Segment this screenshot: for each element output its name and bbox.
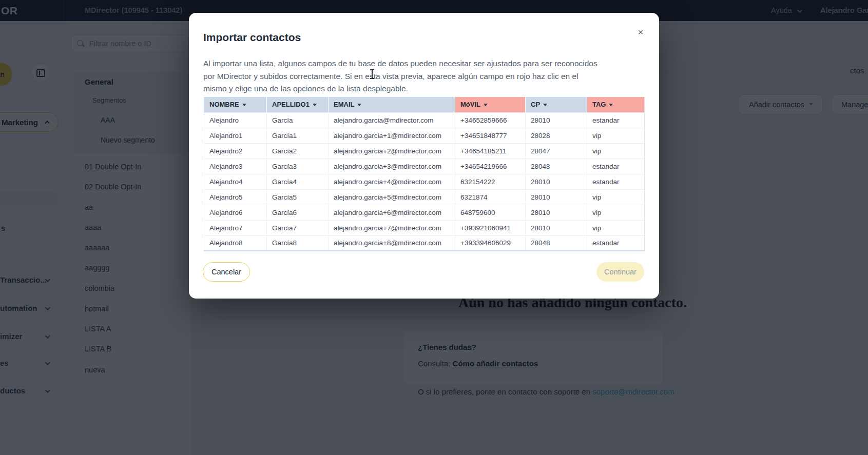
cell-email: alejandro.garcia@mdirector.com xyxy=(329,112,455,128)
cell-movil: +34652859666 xyxy=(455,112,526,128)
table-row: Alejandro García alejandro.garcia@mdirec… xyxy=(204,112,645,128)
cell-apellido: García1 xyxy=(267,128,329,143)
cell-movil: +393921060941 xyxy=(455,220,526,235)
cell-cp: 28048 xyxy=(526,159,587,174)
table-row: Alejandro4 García4 alejandro.garcia+4@md… xyxy=(204,174,645,189)
cell-tag: vip xyxy=(587,128,645,143)
column-label: MóVIL xyxy=(460,101,480,108)
caret-down-icon xyxy=(242,104,246,106)
import-contacts-modal: Importar contactos × Al importar una lis… xyxy=(189,13,659,299)
modal-title: Importar contactos xyxy=(203,31,301,44)
table-header-row: NOMBRE APELLIDO1 EMAIL MóVIL CP TAG xyxy=(204,97,645,112)
column-label: CP xyxy=(531,101,540,108)
cell-email: alejandro.garcia+5@mdirector.com xyxy=(329,189,455,205)
cell-movil: +393394606029 xyxy=(455,235,526,251)
cell-nombre: Alejandro6 xyxy=(204,205,267,220)
column-label: APELLIDO1 xyxy=(272,101,310,108)
cell-email: alejandro.garcia+7@mdirector.com xyxy=(329,220,455,235)
cell-cp: 28010 xyxy=(526,205,587,220)
column-header-apellido1[interactable]: APELLIDO1 xyxy=(267,97,329,112)
column-header-nombre[interactable]: NOMBRE xyxy=(204,97,267,112)
column-header-email[interactable]: EMAIL xyxy=(329,97,455,112)
cell-movil: +34654219666 xyxy=(455,159,526,174)
cell-cp: 28010 xyxy=(526,189,587,205)
caret-down-icon xyxy=(357,104,361,106)
cell-cp: 28028 xyxy=(526,128,587,143)
cell-movil: 648759600 xyxy=(455,205,526,220)
column-label: EMAIL xyxy=(334,101,354,108)
modal-description: Al importar una lista, algunos campos de… xyxy=(203,57,597,95)
table-row: Alejandro7 García7 alejandro.garcia+7@md… xyxy=(204,220,645,235)
cell-movil: 6321874 xyxy=(455,189,526,205)
cell-cp: 28010 xyxy=(526,174,587,189)
cell-apellido: García7 xyxy=(267,220,329,235)
cell-nombre: Alejandro2 xyxy=(204,143,267,159)
cell-apellido: García xyxy=(267,112,329,128)
table-row: Alejandro6 García6 alejandro.garcia+6@md… xyxy=(204,205,645,220)
cell-apellido: García4 xyxy=(267,174,329,189)
cell-cp: 28048 xyxy=(526,235,587,251)
column-label: TAG xyxy=(592,101,606,108)
cell-nombre: Alejandro4 xyxy=(204,174,267,189)
cell-email: alejandro.garcia+3@mdirector.com xyxy=(329,159,455,174)
cell-apellido: García6 xyxy=(267,205,329,220)
text-cursor-icon xyxy=(370,69,375,79)
cell-tag: estandar xyxy=(587,159,645,174)
caret-down-icon xyxy=(609,104,613,106)
close-icon[interactable]: × xyxy=(633,25,648,39)
cell-movil: +34651848777 xyxy=(455,128,526,143)
cell-cp: 28047 xyxy=(526,143,587,159)
column-label: NOMBRE xyxy=(209,101,239,108)
cell-email: alejandro.garcia+8@mdirector.com xyxy=(329,235,455,251)
cell-nombre: Alejandro1 xyxy=(204,128,267,143)
caret-down-icon xyxy=(313,104,317,106)
cell-nombre: Alejandro5 xyxy=(204,189,267,205)
table-row: Alejandro5 García5 alejandro.garcia+5@md… xyxy=(204,189,645,205)
cell-email: alejandro.garcia+1@mdirector.com xyxy=(329,128,455,143)
cell-tag: estandar xyxy=(587,112,645,128)
cell-cp: 28010 xyxy=(526,220,587,235)
description-line: Al importar una lista, algunos campos de… xyxy=(203,57,597,70)
column-header-movil[interactable]: MóVIL xyxy=(455,97,526,112)
mdirector-app: OR MDirector (109945 - 113042) Ayuda Ale… xyxy=(0,0,868,455)
cell-tag: vip xyxy=(587,143,645,159)
cell-apellido: García5 xyxy=(267,189,329,205)
cell-cp: 28010 xyxy=(526,112,587,128)
description-line: mismo y elige una de las opciones de la … xyxy=(203,83,597,95)
cell-tag: estandar xyxy=(587,235,645,251)
cell-email: alejandro.garcia+2@mdirector.com xyxy=(329,143,455,159)
cell-email: alejandro.garcia+4@mdirector.com xyxy=(329,174,455,189)
column-header-cp[interactable]: CP xyxy=(526,97,587,112)
description-line: por MDirector y subidos correctamente. S… xyxy=(203,70,597,83)
cell-tag: estandar xyxy=(587,174,645,189)
table-row: Alejandro8 García8 alejandro.garcia+8@md… xyxy=(204,235,645,251)
cell-tag: vip xyxy=(587,205,645,220)
cell-apellido: García3 xyxy=(267,159,329,174)
cell-nombre: Alejandro7 xyxy=(204,220,267,235)
cell-movil: 632154222 xyxy=(455,174,526,189)
cell-nombre: Alejandro3 xyxy=(204,159,267,174)
cell-tag: vip xyxy=(587,220,645,235)
continue-button[interactable]: Continuar xyxy=(596,262,644,282)
import-preview-table: NOMBRE APELLIDO1 EMAIL MóVIL CP TAG Alej… xyxy=(204,97,645,251)
table-row: Alejandro3 García3 alejandro.garcia+3@md… xyxy=(204,159,645,174)
column-header-tag[interactable]: TAG xyxy=(587,97,645,112)
table-row: Alejandro1 García1 alejandro.garcia+1@md… xyxy=(204,128,645,143)
cell-apellido: García2 xyxy=(267,143,329,159)
caret-down-icon xyxy=(543,104,547,106)
cell-nombre: Alejandro8 xyxy=(204,235,267,251)
cell-tag: vip xyxy=(587,189,645,205)
cell-email: alejandro.garcia+6@mdirector.com xyxy=(329,205,455,220)
cell-movil: +34654185211 xyxy=(455,143,526,159)
table-row: Alejandro2 García2 alejandro.garcia+2@md… xyxy=(204,143,645,159)
cell-apellido: García8 xyxy=(267,235,329,251)
cell-nombre: Alejandro xyxy=(204,112,267,128)
caret-down-icon xyxy=(484,104,488,106)
cancel-button[interactable]: Cancelar xyxy=(203,262,250,282)
